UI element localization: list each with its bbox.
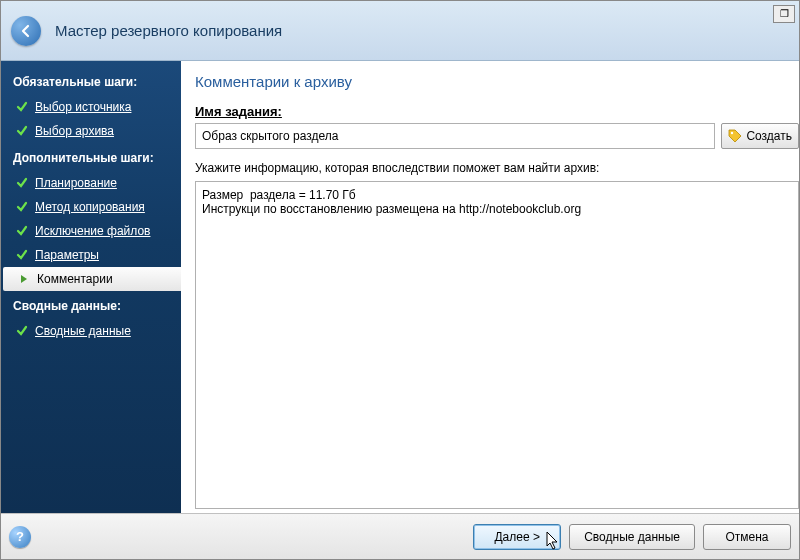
sidebar-item-source[interactable]: Выбор источника [1,95,181,119]
cursor-icon [546,531,560,551]
maximize-button[interactable]: ❐ [773,5,795,23]
sidebar-section-required: Обязательные шаги: [1,67,181,95]
sidebar-item-archive[interactable]: Выбор архива [1,119,181,143]
check-icon [15,224,29,238]
summary-button[interactable]: Сводные данные [569,524,695,550]
sidebar-item-label: Метод копирования [35,200,145,214]
check-icon [15,248,29,262]
sidebar-item-summary[interactable]: Сводные данные [1,319,181,343]
tag-icon [728,129,742,143]
sidebar-item-comments[interactable]: Комментарии [3,267,181,291]
sidebar-item-label: Комментарии [37,272,113,286]
sidebar-item-label: Выбор архива [35,124,114,138]
comment-hint: Укажите информацию, которая впоследствии… [195,161,799,175]
footer: ? Далее > Сводные данные Отмена [1,513,799,559]
check-icon [15,324,29,338]
sidebar-item-label: Сводные данные [35,324,131,338]
sidebar-item-label: Параметры [35,248,99,262]
create-button[interactable]: Создать [721,123,799,149]
comment-textarea[interactable] [195,181,799,509]
task-name-label: Имя задания: [195,104,799,119]
check-icon [15,124,29,138]
sidebar-section-optional: Дополнительные шаги: [1,143,181,171]
sidebar-section-summary: Сводные данные: [1,291,181,319]
create-button-label: Создать [746,129,792,143]
sidebar-item-params[interactable]: Параметры [1,243,181,267]
sidebar-item-label: Исключение файлов [35,224,150,238]
main-panel: Комментарии к архиву Имя задания: Создат… [181,61,799,513]
sidebar: Обязательные шаги: Выбор источника Выбор… [1,61,181,513]
window-title: Мастер резервного копирования [55,22,282,39]
titlebar: Мастер резервного копирования ❐ [1,1,799,61]
task-name-input[interactable] [195,123,715,149]
next-button-label: Далее > [494,530,540,544]
summary-button-label: Сводные данные [584,530,680,544]
sidebar-item-schedule[interactable]: Планирование [1,171,181,195]
sidebar-item-label: Планирование [35,176,117,190]
page-title: Комментарии к архиву [195,73,799,90]
arrow-left-icon [18,23,34,39]
back-button[interactable] [11,16,41,46]
arrow-right-icon [17,272,31,286]
cancel-button[interactable]: Отмена [703,524,791,550]
sidebar-item-method[interactable]: Метод копирования [1,195,181,219]
sidebar-item-exclude[interactable]: Исключение файлов [1,219,181,243]
sidebar-item-label: Выбор источника [35,100,131,114]
check-icon [15,100,29,114]
check-icon [15,176,29,190]
help-button[interactable]: ? [9,526,31,548]
check-icon [15,200,29,214]
cancel-button-label: Отмена [725,530,768,544]
svg-point-0 [731,132,733,134]
next-button[interactable]: Далее > [473,524,561,550]
